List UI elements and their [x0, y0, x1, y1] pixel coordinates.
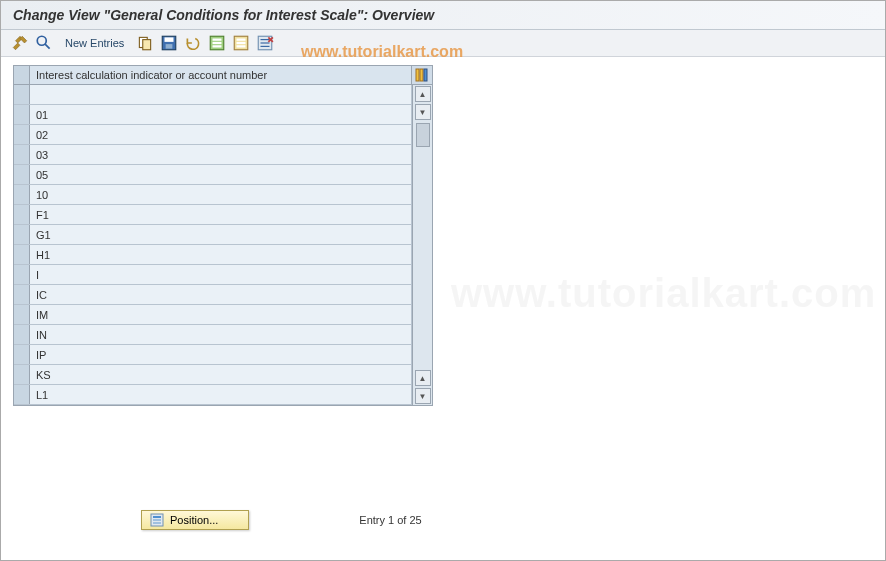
select-all-column[interactable] [14, 66, 30, 84]
svg-line-1 [45, 44, 50, 49]
undo-icon[interactable] [184, 34, 202, 52]
indicator-cell[interactable]: G1 [30, 225, 412, 244]
deselect-icon[interactable] [232, 34, 250, 52]
page-title: Change View "General Conditions for Inte… [13, 7, 873, 23]
save-icon[interactable] [160, 34, 178, 52]
table-row[interactable] [14, 85, 412, 105]
row-selector[interactable] [14, 365, 30, 384]
table-row[interactable]: I [14, 265, 412, 285]
indicator-cell[interactable]: IM [30, 305, 412, 324]
table-row[interactable]: 05 [14, 165, 412, 185]
row-selector[interactable] [14, 125, 30, 144]
row-selector[interactable] [14, 225, 30, 244]
svg-rect-3 [143, 40, 151, 50]
svg-rect-5 [165, 37, 174, 42]
svg-rect-6 [166, 44, 173, 49]
row-selector[interactable] [14, 105, 30, 124]
find-icon[interactable] [35, 34, 53, 52]
indicator-cell[interactable]: IC [30, 285, 412, 304]
table-row[interactable]: IN [14, 325, 412, 345]
indicator-cell[interactable]: H1 [30, 245, 412, 264]
row-selector[interactable] [14, 165, 30, 184]
position-icon [150, 513, 164, 527]
table-row[interactable]: H1 [14, 245, 412, 265]
table-row[interactable]: IC [14, 285, 412, 305]
row-selector[interactable] [14, 185, 30, 204]
position-button[interactable]: Position... [141, 510, 249, 530]
indicator-cell[interactable]: L1 [30, 385, 412, 404]
row-selector[interactable] [14, 345, 30, 364]
data-table: Interest calculation indicator or accoun… [13, 65, 433, 406]
select-all-icon[interactable] [208, 34, 226, 52]
row-selector[interactable] [14, 305, 30, 324]
svg-rect-25 [153, 516, 161, 518]
footer-bar: Position... Entry 1 of 25 [1, 510, 885, 530]
svg-rect-8 [213, 39, 222, 41]
scroll-down-button[interactable]: ▼ [415, 104, 431, 120]
scroll-up-button[interactable]: ▲ [415, 86, 431, 102]
svg-rect-26 [153, 519, 161, 521]
table-row[interactable]: G1 [14, 225, 412, 245]
svg-point-0 [37, 36, 46, 45]
row-selector[interactable] [14, 285, 30, 304]
delete-icon[interactable] [256, 34, 274, 52]
svg-rect-9 [213, 42, 222, 44]
row-selector[interactable] [14, 245, 30, 264]
title-bar: Change View "General Conditions for Inte… [1, 1, 885, 30]
toolbar: New Entries [1, 30, 885, 57]
indicator-cell[interactable]: 05 [30, 165, 412, 184]
table-row[interactable]: 10 [14, 185, 412, 205]
indicator-cell[interactable]: KS [30, 365, 412, 384]
table-row[interactable]: IP [14, 345, 412, 365]
table-row[interactable]: F1 [14, 205, 412, 225]
indicator-cell[interactable] [30, 85, 412, 104]
new-entries-button[interactable]: New Entries [59, 37, 130, 49]
scroll-thumb[interactable] [416, 123, 430, 147]
position-label: Position... [170, 514, 218, 526]
svg-rect-23 [424, 69, 427, 81]
row-selector[interactable] [14, 325, 30, 344]
scroll-up-end-button[interactable]: ▲ [415, 370, 431, 386]
tools-icon[interactable] [11, 34, 29, 52]
svg-rect-22 [420, 69, 423, 81]
indicator-cell[interactable]: 01 [30, 105, 412, 124]
indicator-cell[interactable]: 03 [30, 145, 412, 164]
row-selector[interactable] [14, 85, 30, 104]
column-header[interactable]: Interest calculation indicator or accoun… [30, 66, 412, 84]
table-header-row: Interest calculation indicator or accoun… [14, 66, 432, 85]
watermark-background: www.tutorialkart.com [451, 271, 876, 316]
copy-icon[interactable] [136, 34, 154, 52]
table-row[interactable]: 03 [14, 145, 412, 165]
svg-rect-21 [416, 69, 419, 81]
configure-columns-icon[interactable] [412, 66, 432, 84]
scroll-down-end-button[interactable]: ▼ [415, 388, 431, 404]
row-selector[interactable] [14, 385, 30, 404]
table-row[interactable]: IM [14, 305, 412, 325]
indicator-cell[interactable]: IP [30, 345, 412, 364]
indicator-cell[interactable]: 10 [30, 185, 412, 204]
svg-rect-14 [237, 45, 246, 47]
table-row[interactable]: 01 [14, 105, 412, 125]
table-row[interactable]: 02 [14, 125, 412, 145]
indicator-cell[interactable]: 02 [30, 125, 412, 144]
vertical-scrollbar[interactable]: ▲ ▼ ▲ ▼ [412, 85, 432, 405]
row-selector[interactable] [14, 145, 30, 164]
svg-rect-27 [153, 522, 161, 524]
table-row[interactable]: L1 [14, 385, 412, 405]
table-row[interactable]: KS [14, 365, 412, 385]
svg-rect-12 [237, 39, 246, 41]
indicator-cell[interactable]: I [30, 265, 412, 284]
indicator-cell[interactable]: F1 [30, 205, 412, 224]
entry-count-text: Entry 1 of 25 [359, 514, 421, 526]
svg-rect-13 [237, 42, 246, 44]
svg-rect-10 [213, 45, 222, 47]
row-selector[interactable] [14, 265, 30, 284]
row-selector[interactable] [14, 205, 30, 224]
indicator-cell[interactable]: IN [30, 325, 412, 344]
